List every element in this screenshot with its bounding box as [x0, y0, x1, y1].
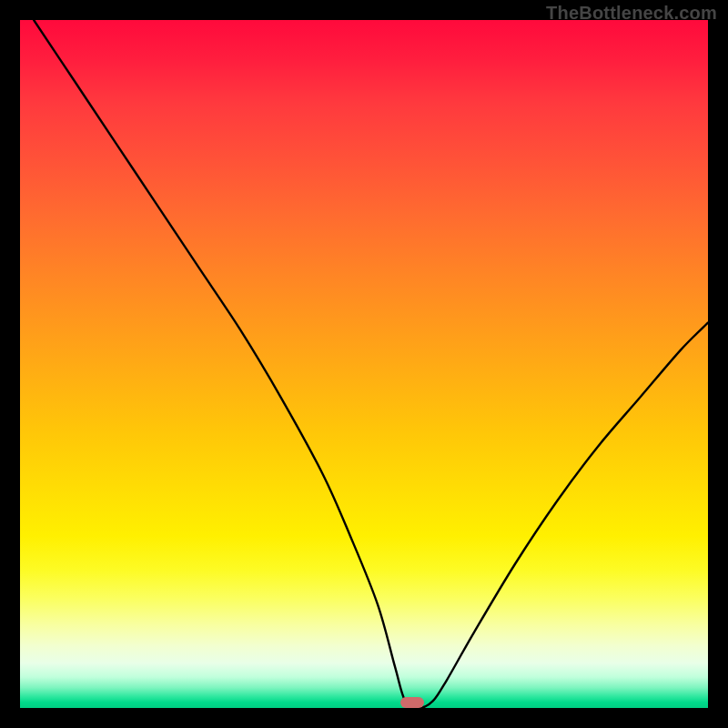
chart-frame: TheBottleneck.com [0, 0, 728, 728]
plot-area [20, 20, 708, 708]
bottleneck-curve [20, 20, 708, 708]
optimal-point-marker [400, 697, 424, 708]
watermark-text: TheBottleneck.com [546, 3, 717, 24]
